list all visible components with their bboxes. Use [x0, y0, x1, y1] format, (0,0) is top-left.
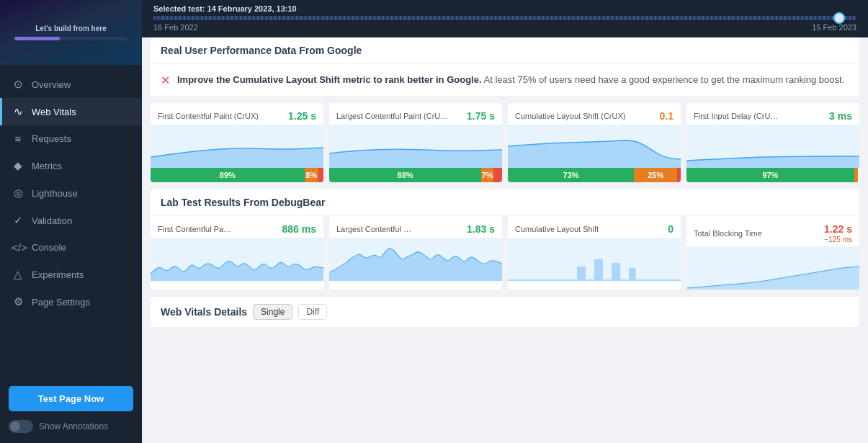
tab-diff[interactable]: Diff [298, 304, 327, 320]
toggle-thumb [10, 421, 20, 431]
progress-orange: 25% [634, 168, 677, 182]
sidebar-item-web-vitals[interactable]: ∿ Web Vitals [0, 98, 142, 125]
annotations-row: Show Annotations [9, 419, 133, 434]
alert-banner: ✕ Improve the Cumulative Layout Shift me… [151, 64, 859, 96]
chart-area-fcp-lab [151, 238, 323, 281]
sidebar-item-overview[interactable]: ⊙ Overview [0, 71, 142, 98]
chart-area-fid [686, 125, 859, 168]
sidebar-item-experiments[interactable]: △ Experiments [0, 261, 142, 288]
progress-orange: 8% [305, 168, 318, 182]
annotations-label: Show Annotations [39, 421, 108, 431]
sidebar-item-validation[interactable]: ✓ Validation [0, 207, 142, 234]
progress-row: 89% 8% [151, 168, 323, 182]
experiments-icon: △ [12, 268, 24, 281]
overview-icon: ⊙ [12, 78, 24, 91]
timeline-fill [153, 16, 856, 20]
sidebar-item-label: Overview [32, 79, 71, 90]
timeline-date-start: 16 Feb 2022 [153, 23, 198, 32]
metric-name: First Contentful Pa… [158, 225, 231, 233]
metric-header: Cumulative Layout Shift 0 [508, 216, 681, 238]
progress-orange [854, 168, 858, 182]
timeline-dates: 16 Feb 2022 15 Feb 2023 [153, 23, 856, 32]
sidebar-item-requests[interactable]: ≡ Requests [0, 125, 142, 152]
alert-text-bold: Improve the Cumulative Layout Shift metr… [177, 74, 482, 85]
real-user-metrics-grid: First Contentful Paint (CrUX) 1.25 s 89%… [151, 103, 859, 182]
alert-text-normal: At least 75% of users need have a good e… [483, 74, 844, 85]
progress-orange: 7% [481, 168, 493, 182]
progress-green: 73% [508, 168, 634, 182]
content-area: Real User Performance Data From Google ✕… [142, 37, 868, 443]
nav-items: ⊙ Overview ∿ Web Vitals ≡ Requests ◆ Met… [0, 65, 142, 377]
progress-row: 97% [686, 168, 859, 182]
progress-red [677, 168, 681, 182]
metric-card-cls-crux: Cumulative Layout Shift (CrUX) 0.1 73% 2… [508, 103, 681, 182]
metric-header: First Contentful Pa… 886 ms [151, 216, 323, 238]
metric-name: First Input Delay (CrU… [694, 112, 778, 120]
sidebar-item-label: Web Vitals [32, 107, 76, 117]
sidebar-item-label: Validation [32, 215, 72, 226]
alert-icon: ✕ [161, 73, 170, 87]
metric-value: 1.25 s [288, 110, 316, 122]
timeline-date-end: 15 Feb 2023 [812, 23, 856, 32]
metric-card-fcp-crux: First Contentful Paint (CrUX) 1.25 s 89%… [151, 103, 323, 182]
web-vitals-details-row: Web Vitals Details Single Diff [151, 297, 859, 327]
metric-name: Largest Contentful Paint (CrU… [336, 112, 448, 120]
logo-text: Let's build from here [35, 24, 107, 32]
sidebar-item-label: Page Settings [32, 297, 90, 308]
metric-header: First Input Delay (CrU… 3 ms [686, 103, 859, 125]
sidebar-item-metrics[interactable]: ◆ Metrics [0, 152, 142, 179]
sidebar-item-label: Requests [32, 133, 71, 144]
metrics-icon: ◆ [12, 159, 24, 172]
progress-green: 97% [686, 168, 854, 182]
console-icon: </> [12, 241, 24, 254]
sidebar-bottom: Test Page Now Show Annotations [0, 377, 142, 443]
main-content: Selected test: 14 February 2023, 13:10 1… [142, 0, 868, 443]
test-page-now-button[interactable]: Test Page Now [9, 386, 133, 411]
metric-card-fcp-lab: First Contentful Pa… 886 ms [151, 216, 323, 290]
lighthouse-icon: ◎ [12, 187, 24, 200]
metric-header: Largest Contentful … 1.83 s [329, 216, 502, 238]
metric-card-tbt-lab: Total Blocking Time 1.22 s −125 ms [686, 216, 859, 290]
page-settings-icon: ⚙ [12, 295, 24, 308]
alert-text: Improve the Cumulative Layout Shift metr… [177, 73, 844, 87]
sidebar-logo: Let's build from here [0, 0, 142, 65]
metric-card-cls-lab: Cumulative Layout Shift 0 [508, 216, 681, 290]
validation-icon: ✓ [12, 214, 24, 227]
metric-header: Largest Contentful Paint (CrU… 1.75 s [329, 103, 502, 125]
metric-value: 886 ms [282, 223, 316, 235]
requests-icon: ≡ [12, 133, 24, 145]
lab-section-header: Lab Test Results From DebugBear [151, 189, 859, 215]
metric-card-lcp-lab: Largest Contentful … 1.83 s [329, 216, 502, 290]
web-vitals-icon: ∿ [12, 105, 24, 118]
sidebar-item-page-settings[interactable]: ⚙ Page Settings [0, 288, 142, 316]
metric-value: 1.22 s [824, 223, 852, 235]
metric-value: 0.1 [660, 110, 674, 122]
metric-name: Cumulative Layout Shift (CrUX) [515, 112, 625, 120]
chart-area-lcp-lab [329, 238, 502, 281]
sidebar-item-label: Lighthouse [32, 188, 78, 199]
metric-value: 0 [668, 223, 674, 235]
tab-single[interactable]: Single [253, 304, 292, 320]
metric-value: 1.75 s [467, 110, 495, 122]
sidebar-item-console[interactable]: </> Console [0, 234, 142, 261]
sidebar-item-label: Metrics [32, 161, 62, 171]
metric-header: Cumulative Layout Shift (CrUX) 0.1 [508, 103, 681, 125]
progress-red [493, 168, 502, 182]
progress-green: 88% [329, 168, 481, 182]
metric-header: Total Blocking Time 1.22 s −125 ms [686, 216, 859, 246]
metric-value: 3 ms [829, 110, 852, 122]
annotations-toggle[interactable] [9, 420, 33, 433]
timeline-bar: Selected test: 14 February 2023, 13:10 1… [142, 0, 868, 37]
progress-green: 89% [151, 168, 305, 182]
chart-area-fcp [151, 125, 323, 168]
progress-row: 73% 25% [508, 168, 681, 182]
metric-card-lcp-crux: Largest Contentful Paint (CrU… 1.75 s 88… [329, 103, 502, 182]
sidebar-item-lighthouse[interactable]: ◎ Lighthouse [0, 179, 142, 207]
chart-area-tbt-lab [686, 246, 859, 290]
progress-row: 88% 7% [329, 168, 502, 182]
chart-area-lcp [329, 125, 502, 168]
metric-value: 1.83 s [467, 223, 495, 235]
web-vitals-details-label: Web Vitals Details [161, 306, 247, 318]
timeline-track[interactable] [153, 16, 856, 20]
real-user-section-header: Real User Performance Data From Google [151, 37, 859, 63]
